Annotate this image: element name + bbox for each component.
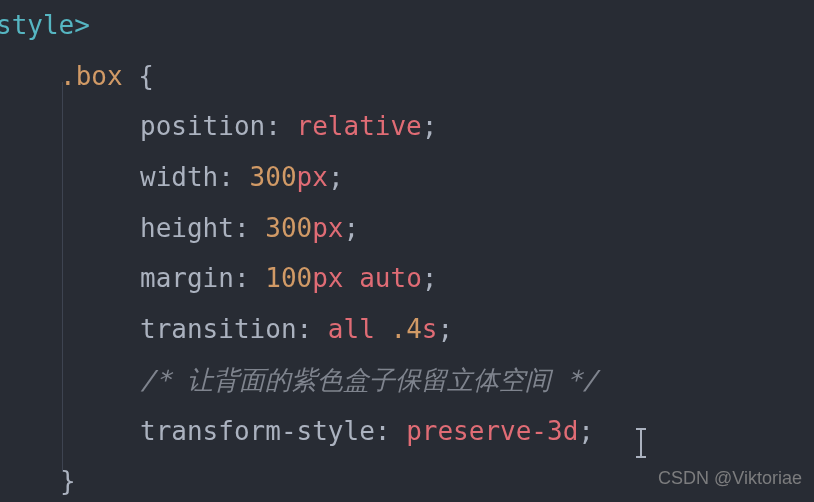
- watermark: CSDN @Viktoriae: [658, 461, 802, 496]
- css-unit: px: [297, 162, 328, 192]
- css-number: 300: [250, 162, 297, 192]
- css-number: 300: [265, 213, 312, 243]
- semicolon: ;: [422, 111, 438, 141]
- colon: :: [297, 314, 328, 344]
- code-line: .box {: [0, 51, 814, 102]
- code-line: margin: 100px auto;: [0, 253, 814, 304]
- css-property: margin: [140, 263, 234, 293]
- css-value: all: [328, 314, 375, 344]
- css-property: width: [140, 162, 218, 192]
- code-line: transform-style: preserve-3d;: [0, 406, 814, 457]
- text-cursor-icon: [640, 428, 642, 458]
- css-value: auto: [359, 263, 422, 293]
- code-block: style> .box { position: relative; width:…: [0, 0, 814, 502]
- indent-guide: [62, 82, 63, 472]
- css-unit: px: [312, 213, 343, 243]
- css-selector: .box: [60, 61, 123, 91]
- code-line: style>: [0, 0, 814, 51]
- colon: :: [265, 111, 296, 141]
- css-unit: s: [422, 314, 438, 344]
- css-property: height: [140, 213, 234, 243]
- open-brace: {: [138, 61, 154, 91]
- semicolon: ;: [578, 416, 594, 446]
- style-tag: style>: [0, 10, 90, 40]
- colon: :: [218, 162, 249, 192]
- css-unit: px: [312, 263, 343, 293]
- css-value: relative: [297, 111, 422, 141]
- code-line: /* 让背面的紫色盒子保留立体空间 */: [0, 355, 814, 406]
- semicolon: ;: [422, 263, 438, 293]
- css-number: 100: [265, 263, 312, 293]
- semicolon: ;: [437, 314, 453, 344]
- code-line: height: 300px;: [0, 203, 814, 254]
- code-line: position: relative;: [0, 101, 814, 152]
- semicolon: ;: [328, 162, 344, 192]
- css-comment: /* 让背面的紫色盒子保留立体空间 */: [140, 365, 598, 395]
- semicolon: ;: [344, 213, 360, 243]
- css-property: transition: [140, 314, 297, 344]
- code-line: width: 300px;: [0, 152, 814, 203]
- code-line: transition: all .4s;: [0, 304, 814, 355]
- colon: :: [234, 213, 265, 243]
- css-property: transform-style: [140, 416, 375, 446]
- colon: :: [375, 416, 406, 446]
- css-number: .4: [390, 314, 421, 344]
- css-value: preserve-3d: [406, 416, 578, 446]
- css-property: position: [140, 111, 265, 141]
- colon: :: [234, 263, 265, 293]
